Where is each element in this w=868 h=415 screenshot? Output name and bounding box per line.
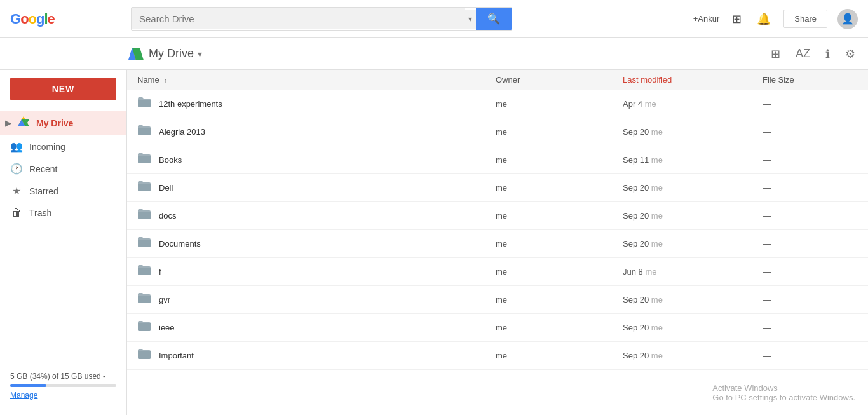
folder-icon	[137, 292, 151, 307]
file-size: —	[763, 155, 858, 165]
file-modified: Sep 20 me	[623, 239, 763, 248]
watermark-line1: Activate Windows	[712, 383, 855, 393]
storage-info: 5 GB (34%) of 15 GB used - Manage	[0, 364, 126, 407]
sidebar-item-incoming[interactable]: 👥 Incoming	[0, 135, 126, 158]
file-modified: Apr 4 me	[623, 99, 763, 109]
share-button[interactable]: Share	[783, 10, 827, 28]
file-name: 12th experiments	[159, 99, 496, 109]
file-modified: Sep 20 me	[623, 351, 763, 360]
folder-icon	[137, 348, 151, 363]
table-row[interactable]: Documents me Sep 20 me —	[127, 230, 868, 258]
settings-button[interactable]: ⚙	[843, 44, 858, 64]
new-button[interactable]: NEW	[10, 78, 116, 100]
table-row[interactable]: 12th experiments me Apr 4 me —	[127, 90, 868, 118]
file-name: Important	[159, 351, 496, 360]
file-modified: Jun 8 me	[623, 267, 763, 276]
file-owner: me	[496, 351, 623, 360]
table-row[interactable]: Dell me Sep 20 me —	[127, 174, 868, 202]
folder-icon	[137, 97, 151, 111]
table-row[interactable]: ieee me Sep 20 me —	[127, 314, 868, 342]
drive-nav-icon	[17, 116, 30, 127]
file-owner: me	[496, 267, 623, 276]
file-owner: me	[496, 155, 623, 165]
my-drive-title[interactable]: My Drive ▾	[127, 46, 202, 62]
logo-o2: o	[29, 11, 36, 27]
avatar-image: 👤	[841, 13, 854, 25]
folder-svg-icon	[137, 180, 151, 192]
name-column-label: Name	[137, 75, 159, 85]
sidebar-starred-label: Starred	[29, 186, 58, 196]
watermark-line2: Go to PC settings to activate Windows.	[712, 393, 855, 402]
subheader-right: ⊞ AZ ℹ ⚙	[768, 44, 858, 64]
trash-icon: 🗑	[10, 207, 23, 219]
user-profile-link[interactable]: +Ankur	[693, 14, 720, 24]
topbar-right: +Ankur ⊞ 🔔 Share 👤	[693, 9, 858, 29]
storage-text: 5 GB (34%) of 15 GB used -	[10, 372, 116, 381]
file-owner: me	[496, 239, 623, 248]
apps-grid-button[interactable]: ⊞	[729, 10, 744, 29]
logo-o1: o	[20, 11, 28, 27]
subheader: My Drive ▾ ⊞ AZ ℹ ⚙	[0, 38, 868, 70]
manage-storage-link[interactable]: Manage	[10, 391, 37, 400]
folder-icon	[137, 180, 151, 195]
column-name-header[interactable]: Name ↑	[137, 75, 496, 85]
file-size: —	[763, 211, 858, 221]
search-button[interactable]: 🔍	[476, 8, 512, 30]
file-name: gvr	[159, 295, 496, 304]
notifications-button[interactable]: 🔔	[754, 10, 773, 29]
table-row[interactable]: docs me Sep 20 me —	[127, 202, 868, 230]
sidebar-item-starred[interactable]: ★ Starred	[0, 180, 126, 202]
table-row[interactable]: Alegria 2013 me Sep 20 me —	[127, 118, 868, 146]
file-owner: me	[496, 99, 623, 109]
storage-bar-background	[10, 384, 116, 387]
my-drive-nav-icon	[17, 116, 30, 130]
my-drive-label: My Drive	[149, 47, 194, 60]
folder-icon	[137, 320, 151, 335]
content-area: Name ↑ Owner Last modified File Size 12t…	[127, 70, 868, 415]
logo-g2: g	[36, 11, 44, 27]
file-size: —	[763, 99, 858, 109]
file-owner: me	[496, 211, 623, 221]
file-size: —	[763, 323, 858, 332]
starred-icon: ★	[10, 185, 23, 197]
search-dropdown-button[interactable]: ▾	[465, 10, 476, 29]
main-layout: NEW ▶ My Drive 👥 Incomin	[0, 70, 868, 415]
file-list: 12th experiments me Apr 4 me — Alegria 2…	[127, 90, 868, 370]
folder-svg-icon	[137, 125, 151, 136]
search-input[interactable]	[132, 8, 465, 29]
folder-svg-icon	[137, 348, 151, 360]
folder-svg-icon	[137, 264, 151, 276]
table-row[interactable]: Books me Sep 11 me —	[127, 146, 868, 174]
file-size: —	[763, 295, 858, 304]
table-row[interactable]: f me Jun 8 me —	[127, 258, 868, 286]
folder-svg-icon	[137, 292, 151, 304]
file-modified: Sep 20 me	[623, 295, 763, 304]
recent-icon: 🕐	[10, 163, 23, 175]
file-modified: Sep 20 me	[623, 127, 763, 137]
sidebar-item-recent[interactable]: 🕐 Recent	[0, 158, 126, 180]
file-size: —	[763, 351, 858, 360]
file-modified: Sep 11 me	[623, 155, 763, 165]
file-size: —	[763, 183, 858, 193]
table-row[interactable]: gvr me Sep 20 me —	[127, 286, 868, 314]
file-name: Documents	[159, 239, 496, 248]
logo-area: Google	[10, 11, 131, 27]
sidebar-item-my-drive[interactable]: ▶ My Drive	[0, 111, 126, 135]
file-owner: me	[496, 323, 623, 332]
avatar[interactable]: 👤	[837, 9, 858, 29]
file-owner: me	[496, 127, 623, 137]
sidebar-item-trash[interactable]: 🗑 Trash	[0, 202, 126, 224]
table-row[interactable]: Important me Sep 20 me —	[127, 342, 868, 370]
sidebar-recent-label: Recent	[29, 164, 57, 174]
info-button[interactable]: ℹ	[823, 44, 832, 64]
folder-svg-icon	[137, 236, 151, 248]
google-logo: Google	[10, 11, 55, 27]
file-size: —	[763, 267, 858, 276]
windows-watermark: Activate Windows Go to PC settings to ac…	[712, 383, 855, 402]
folder-svg-icon	[137, 153, 151, 164]
folder-icon	[137, 125, 151, 139]
grid-view-button[interactable]: ⊞	[768, 44, 783, 64]
column-modified-header[interactable]: Last modified	[623, 75, 763, 85]
drive-logo-icon	[127, 46, 145, 62]
sort-button[interactable]: AZ	[793, 44, 813, 63]
